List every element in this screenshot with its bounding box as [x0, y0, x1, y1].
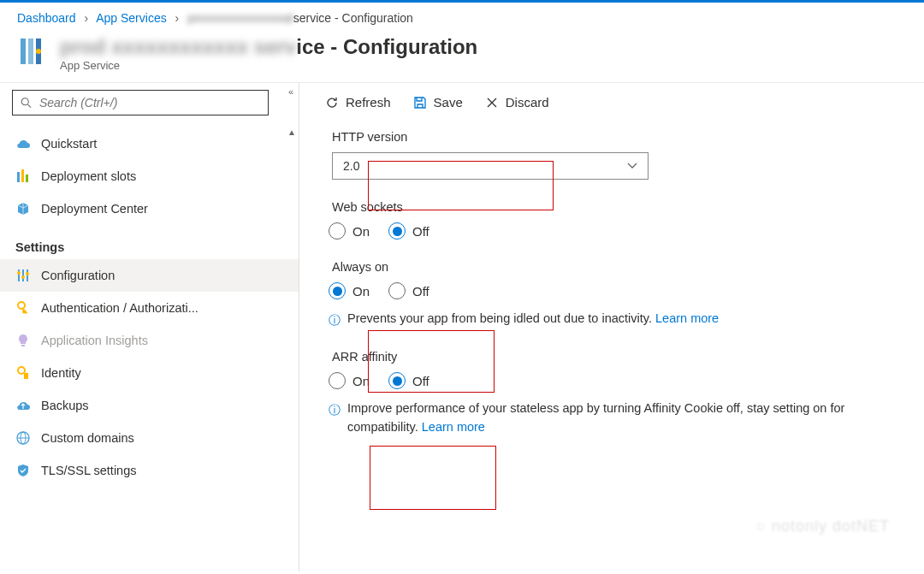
sliders-icon — [15, 269, 31, 282]
info-icon: ⓘ — [329, 401, 341, 419]
main-content: Refresh Save Discard HTTP version 2.0 We… — [299, 83, 924, 571]
lightbulb-icon — [15, 334, 31, 347]
sidebar-item-custom-domains[interactable]: Custom domains — [0, 422, 299, 454]
field-http-version: HTTP version 2.0 — [325, 130, 898, 180]
svg-rect-7 — [21, 169, 24, 182]
sidebar-search[interactable] — [12, 90, 269, 115]
svg-point-14 — [26, 272, 29, 275]
hint-text: Improve performance of your stateless ap… — [347, 399, 898, 437]
arr-affinity-on[interactable]: On — [329, 372, 370, 389]
sidebar: « ▲ Quickstart Deployment slots Deployme… — [0, 83, 299, 571]
svg-point-13 — [21, 275, 25, 279]
sidebar-item-application-insights[interactable]: Application Insights — [0, 324, 299, 357]
save-icon — [413, 96, 427, 109]
shield-icon — [15, 464, 31, 477]
sidebar-item-label: Identity — [41, 366, 81, 380]
search-input[interactable] — [39, 96, 260, 109]
sidebar-item-label: Deployment slots — [41, 169, 136, 183]
http-version-dropdown[interactable]: 2.0 — [332, 152, 649, 180]
radio-icon — [388, 282, 406, 299]
cloud-upload-icon — [15, 399, 31, 411]
key-icon — [15, 366, 31, 380]
collapse-sidebar-icon[interactable]: « — [288, 86, 293, 97]
sidebar-item-label: Backups — [41, 399, 89, 412]
key-icon — [15, 301, 31, 315]
always-on-on[interactable]: On — [329, 282, 370, 299]
field-arr-affinity: ARR affinity On Off ⓘ Improve performanc… — [325, 350, 898, 437]
chevron-down-icon — [627, 163, 637, 169]
field-label: HTTP version — [325, 130, 898, 144]
learn-more-link[interactable]: Learn more — [655, 311, 719, 325]
package-icon — [15, 202, 31, 216]
radio-icon — [388, 222, 406, 240]
chevron-right-icon: › — [84, 11, 88, 25]
save-button[interactable]: Save — [413, 95, 463, 109]
field-label: ARR affinity — [325, 350, 898, 364]
svg-point-17 — [18, 367, 25, 374]
field-always-on: Always on On Off ⓘ Prevents your app fro… — [325, 260, 898, 329]
breadcrumb-dashboard[interactable]: Dashboard — [17, 11, 76, 25]
radio-icon — [329, 372, 346, 389]
sidebar-item-authentication[interactable]: Authentication / Authorizati... — [0, 292, 299, 324]
svg-rect-16 — [21, 345, 25, 346]
svg-point-3 — [36, 49, 41, 54]
chevron-right-icon: › — [175, 11, 180, 25]
scroll-up-icon[interactable]: ▲ — [287, 127, 296, 137]
sidebar-item-label: TLS/SSL settings — [41, 464, 137, 477]
field-web-sockets: Web sockets On Off — [325, 200, 898, 240]
breadcrumb-current: service - Configuration — [293, 11, 413, 25]
globe-icon — [15, 431, 31, 445]
sidebar-item-identity[interactable]: Identity — [0, 357, 299, 389]
info-icon: ⓘ — [329, 311, 341, 329]
breadcrumb-app-services[interactable]: App Services — [96, 11, 166, 25]
svg-point-4 — [21, 98, 28, 105]
sidebar-item-label: Authentication / Authorizati... — [41, 301, 198, 315]
field-label: Web sockets — [325, 200, 898, 214]
sidebar-item-configuration[interactable]: Configuration — [0, 259, 299, 292]
radio-icon — [388, 372, 406, 389]
sidebar-item-label: Application Insights — [41, 334, 148, 347]
refresh-icon — [325, 96, 339, 109]
toolbar: Refresh Save Discard — [299, 83, 924, 125]
web-sockets-off[interactable]: Off — [388, 222, 429, 240]
sidebar-item-label: Deployment Center — [41, 202, 148, 216]
slots-icon — [15, 169, 31, 183]
search-icon — [21, 97, 32, 109]
sidebar-item-backups[interactable]: Backups — [0, 389, 299, 422]
refresh-button[interactable]: Refresh — [325, 95, 391, 109]
radio-icon — [329, 282, 346, 299]
field-label: Always on — [325, 260, 898, 274]
discard-button[interactable]: Discard — [485, 95, 549, 109]
sidebar-item-label: Custom domains — [41, 431, 134, 445]
svg-line-5 — [27, 104, 31, 108]
arr-affinity-off[interactable]: Off — [388, 372, 429, 389]
radio-icon — [329, 222, 346, 240]
page-subtitle: App Service — [60, 59, 477, 72]
sidebar-section-settings: Settings — [0, 225, 299, 259]
learn-more-link[interactable]: Learn more — [422, 420, 485, 434]
svg-point-15 — [18, 302, 25, 309]
svg-rect-1 — [28, 38, 33, 64]
svg-rect-8 — [26, 175, 28, 182]
svg-rect-6 — [17, 172, 20, 182]
always-on-off[interactable]: Off — [388, 282, 429, 299]
sidebar-item-tls-ssl[interactable]: TLS/SSL settings — [0, 454, 299, 487]
hint-text: Prevents your app from being idled out d… — [347, 310, 719, 328]
breadcrumb: Dashboard › App Services › pxxxxxxxxxxxx… — [0, 3, 924, 32]
web-sockets-on[interactable]: On — [329, 222, 370, 240]
svg-rect-18 — [24, 373, 28, 379]
sidebar-item-label: Quickstart — [41, 137, 97, 151]
svg-rect-0 — [21, 38, 26, 64]
sidebar-item-label: Configuration — [41, 269, 115, 282]
sidebar-item-deployment-slots[interactable]: Deployment slots — [0, 160, 299, 192]
sidebar-item-deployment-center[interactable]: Deployment Center — [0, 192, 299, 225]
sidebar-item-quickstart[interactable]: Quickstart — [0, 127, 299, 160]
close-icon — [485, 96, 499, 109]
app-service-icon — [17, 35, 50, 70]
svg-point-12 — [17, 271, 21, 275]
cloud-icon — [15, 138, 31, 150]
page-title: ice - Configuration — [296, 35, 477, 58]
page-header: prod xxxxxxxxxxxx service - Configuratio… — [0, 32, 924, 82]
